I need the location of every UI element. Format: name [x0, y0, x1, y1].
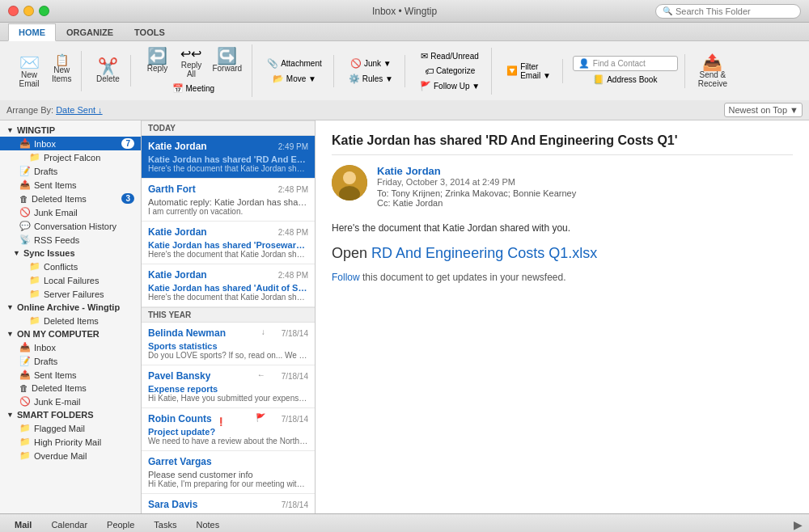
- send-receive-button[interactable]: 📤 Send &Receive: [695, 53, 731, 90]
- nav-notes[interactable]: Notes: [188, 517, 227, 532]
- tab-tools[interactable]: TOOLS: [124, 23, 176, 41]
- follow-desc: this document to get updates in your new…: [362, 272, 566, 283]
- attachment-button[interactable]: 📎 Attachment: [262, 57, 327, 70]
- email-item-sara[interactable]: Sara Davis 7/18/14 Northwind Budget The …: [142, 494, 315, 513]
- sidebar-item-archive-deleted[interactable]: 📁 Deleted Items: [0, 314, 141, 327]
- message-file-link[interactable]: Open RD And Engineering Costs Q1.xlsx: [332, 245, 793, 262]
- email-preview: We need to have a review about the North…: [148, 437, 308, 445]
- address-book-button[interactable]: 📒 Address Book: [588, 73, 662, 87]
- email-item-robin[interactable]: Robin Counts 7/18/14 🚩 ❗ Project update?…: [142, 408, 315, 451]
- sidebar-item-flagged[interactable]: 📁 Flagged Mail: [0, 421, 141, 435]
- sidebar-item-high-priority[interactable]: 📁 High Priority Mail: [0, 435, 141, 449]
- nav-tasks[interactable]: Tasks: [146, 517, 184, 532]
- sidebar-item-computer-junk[interactable]: 🚫 Junk E-mail: [0, 395, 141, 408]
- titlebar: Inbox • Wingtip 🔍: [0, 0, 809, 23]
- sidebar-item-rss[interactable]: 📡 RSS Feeds: [0, 233, 141, 247]
- email-sender: Garret Vargas: [148, 456, 212, 467]
- reply-all-button[interactable]: ↩↩ ReplyAll: [175, 46, 207, 80]
- sidebar-item-project-falcon[interactable]: 📁 Project Falcon: [0, 150, 141, 164]
- overdue-label: Overdue Mail: [34, 451, 87, 461]
- expand-nav-icon[interactable]: ▶: [794, 518, 803, 531]
- high-priority-label: High Priority Mail: [34, 437, 101, 447]
- forward-button[interactable]: ↪️ Forward: [209, 46, 245, 80]
- email-item-katie-3[interactable]: Katie Jordan 2:48 PM Katie Jordan has sh…: [142, 264, 315, 307]
- tab-organize[interactable]: ORGANIZE: [56, 23, 124, 41]
- email-item-katie-1[interactable]: Katie Jordan 2:49 PM Katie Jordan has sh…: [142, 136, 315, 179]
- sidebar-item-conversation[interactable]: 💬 Conversation History: [0, 219, 141, 233]
- follow-up-label: Follow Up ▼: [434, 82, 480, 91]
- nav-calendar[interactable]: Calendar: [43, 517, 95, 532]
- online-archive-toggle[interactable]: ▼ Online Archive - Wingtip: [0, 301, 141, 314]
- arrange-by-link[interactable]: Date Sent ↓: [56, 105, 102, 115]
- email-sender: Sara Davis: [148, 499, 197, 510]
- new-group: ✉️ NewEmail 📋 NewItems: [6, 51, 82, 91]
- computer-drafts-label: Drafts: [34, 357, 57, 366]
- delete-group: ✂️ Delete: [85, 55, 131, 87]
- email-item-belinda[interactable]: Belinda Newman 7/18/14 ↓ Sports statisti…: [142, 323, 315, 365]
- sidebar-item-computer-drafts[interactable]: 📝 Drafts: [0, 354, 141, 368]
- sidebar-item-junk[interactable]: 🚫 Junk Email: [0, 205, 141, 219]
- rules-button[interactable]: ⚙️ Rules ▼: [344, 72, 398, 86]
- move-button[interactable]: 📂 Move ▼: [268, 72, 321, 86]
- close-button[interactable]: [8, 6, 19, 16]
- email-subject: Katie Jordan has shared 'Proseware Proje…: [148, 240, 308, 250]
- maximize-button[interactable]: [39, 6, 49, 16]
- tab-home[interactable]: HOME: [8, 23, 56, 41]
- conversation-label: Conversation History: [34, 222, 116, 231]
- wingtip-toggle[interactable]: ▼ WINGTIP: [0, 124, 141, 137]
- minimize-button[interactable]: [23, 6, 34, 16]
- read-unread-button[interactable]: ✉ Read/Unread: [416, 49, 483, 63]
- sidebar-item-computer-inbox[interactable]: 📥 Inbox: [0, 340, 141, 354]
- sidebar-item-server-failures[interactable]: 📁 Server Failures: [0, 287, 141, 301]
- computer-junk-icon: 🚫: [19, 396, 31, 407]
- find-contact-field[interactable]: 👤 Find a Contact: [573, 56, 678, 71]
- sidebar-item-computer-sent[interactable]: 📤 Sent Items: [0, 368, 141, 382]
- sidebar-item-drafts[interactable]: 📝 Drafts: [0, 164, 141, 178]
- sidebar-item-conflicts[interactable]: 📁 Conflicts: [0, 260, 141, 273]
- deleted-badge: 3: [121, 193, 134, 204]
- computer-junk-label: Junk E-mail: [34, 397, 80, 407]
- email-time: 7/18/14: [282, 500, 308, 509]
- sync-issues-toggle[interactable]: ▼ Sync Issues: [0, 247, 141, 260]
- email-item-pavel[interactable]: Pavel Bansky 7/18/14 ← Expense reports H…: [142, 365, 315, 408]
- flagged-label: Flagged Mail: [34, 424, 85, 433]
- search-box[interactable]: 🔍: [655, 4, 801, 19]
- file-link[interactable]: RD And Engineering Costs Q1.xlsx: [371, 245, 597, 261]
- email-item-garth[interactable]: Garth Fort 2:48 PM Automatic reply: Kati…: [142, 179, 315, 222]
- sidebar-item-inbox[interactable]: 📥 Inbox 7: [0, 137, 141, 150]
- window-controls[interactable]: [8, 6, 49, 16]
- reply-button[interactable]: ↩️ Reply: [141, 46, 173, 80]
- search-input[interactable]: [676, 6, 794, 16]
- follow-link[interactable]: Follow: [332, 272, 360, 283]
- delete-button[interactable]: ✂️ Delete: [91, 57, 124, 85]
- send-receive-icon: 📤: [702, 54, 722, 70]
- categorize-button[interactable]: 🏷 Categorize: [420, 65, 480, 78]
- on-my-computer-toggle[interactable]: ▼ ON MY COMPUTER: [0, 327, 141, 340]
- open-text: Open: [332, 245, 371, 261]
- sidebar-item-local-failures[interactable]: 📁 Local Failures: [0, 273, 141, 287]
- new-items-button[interactable]: 📋 NewItems: [49, 53, 74, 90]
- sidebar-item-overdue[interactable]: 📁 Overdue Mail: [0, 449, 141, 462]
- filter-group: 🔽 FilterEmail ▼: [495, 59, 563, 83]
- meeting-button[interactable]: 📅 Meeting: [167, 82, 220, 95]
- filter-email-button[interactable]: 🔽 FilterEmail ▼: [502, 61, 556, 82]
- junk-button[interactable]: 🚫 Junk ▼: [345, 57, 396, 70]
- collapse-computer-icon: ▼: [6, 330, 14, 338]
- smart-folders-toggle[interactable]: ▼ SMART FOLDERS: [0, 408, 141, 421]
- junk-label: Junk ▼: [364, 59, 392, 68]
- sidebar-item-deleted[interactable]: 🗑 Deleted Items 3: [0, 192, 141, 205]
- email-item-garret[interactable]: Garret Vargas Please send customer info …: [142, 451, 315, 494]
- sidebar-item-computer-deleted[interactable]: 🗑 Deleted Items: [0, 382, 141, 395]
- email-item-katie-2[interactable]: Katie Jordan 2:48 PM Katie Jordan has sh…: [142, 222, 315, 264]
- nav-people[interactable]: People: [99, 517, 142, 532]
- junk-folder-icon: 🚫: [19, 207, 31, 217]
- follow-up-button[interactable]: 🚩 Follow Up ▼: [415, 79, 485, 93]
- new-email-button[interactable]: ✉️ NewEmail: [13, 53, 45, 90]
- nav-mail[interactable]: Mail: [6, 517, 40, 532]
- sidebar-item-sent[interactable]: 📤 Sent Items: [0, 178, 141, 192]
- rules-icon: ⚙️: [349, 74, 360, 84]
- message-body: Here's the document that Katie Jordan sh…: [332, 221, 793, 235]
- sync-label: Sync Issues: [23, 248, 75, 258]
- computer-deleted-label: Deleted Items: [32, 383, 87, 393]
- arrange-sort[interactable]: Newest on Top ▼: [724, 103, 803, 117]
